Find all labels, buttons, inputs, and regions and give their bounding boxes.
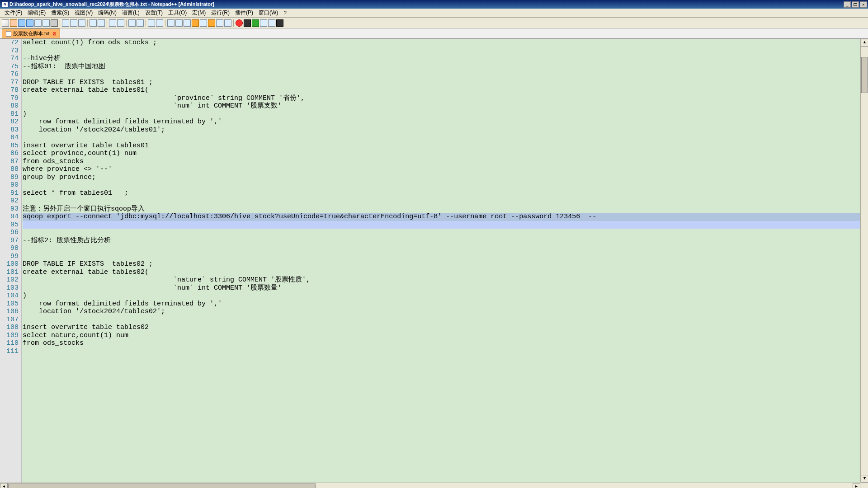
editor[interactable]: 7273747576777879808182838485868788899091…: [0, 39, 868, 488]
play-macro-icon[interactable]: [252, 19, 259, 27]
code-line[interactable]: --指标01: 股票中国地图: [23, 63, 860, 71]
code-line[interactable]: [23, 47, 860, 55]
menu-encoding[interactable]: 编码(N): [95, 8, 119, 18]
undo-icon[interactable]: [90, 19, 97, 27]
code-line[interactable]: `num` int COMMENT '股票数量': [23, 284, 860, 292]
zoom-in-icon[interactable]: [128, 19, 136, 27]
playmulti-icon[interactable]: [260, 19, 267, 27]
tab-close-icon[interactable]: ⊠: [52, 31, 56, 36]
code-line[interactable]: [23, 181, 860, 189]
maximize-button[interactable]: 🗖: [852, 1, 859, 8]
paste-icon[interactable]: [78, 19, 85, 27]
code-line[interactable]: group by province;: [23, 174, 860, 182]
zoom-out-icon[interactable]: [137, 19, 144, 27]
copy-icon[interactable]: [70, 19, 77, 27]
menu-language[interactable]: 语言(L): [119, 8, 142, 18]
save-all-icon[interactable]: [26, 19, 33, 27]
func-list-icon[interactable]: [208, 19, 215, 27]
folder-icon[interactable]: [216, 19, 223, 27]
code-line[interactable]: select province,count(1) num: [23, 150, 860, 158]
scroll-left-icon[interactable]: ◀: [0, 483, 8, 488]
redo-icon[interactable]: [98, 19, 105, 27]
code-line[interactable]: where province <> '--': [23, 165, 860, 174]
code-line[interactable]: insert overwrite table tables01: [23, 142, 860, 150]
code-line[interactable]: from ods_stocks: [23, 158, 860, 166]
doc-map-icon[interactable]: [200, 19, 207, 27]
record-macro-icon[interactable]: [236, 19, 243, 27]
replace-icon[interactable]: [117, 19, 124, 27]
code-line[interactable]: sqoop export --connect 'jdbc:mysql://loc…: [23, 213, 860, 221]
minimize-button[interactable]: _: [844, 1, 851, 8]
menu-plugins[interactable]: 插件(P): [232, 8, 256, 18]
code-line[interactable]: select count(1) from ods_stocks ;: [23, 39, 860, 47]
menu-macro[interactable]: 宏(M): [189, 8, 208, 18]
sync-v-icon[interactable]: [148, 19, 155, 27]
code-line[interactable]: select nature,count(1) num: [23, 332, 860, 340]
code-line[interactable]: ): [23, 292, 860, 300]
stop-macro-icon[interactable]: [244, 19, 251, 27]
file-tab[interactable]: 股票数仓脚本.txt ⊠: [2, 28, 60, 38]
menu-settings[interactable]: 设置(T): [142, 8, 165, 18]
open-file-icon[interactable]: [10, 19, 17, 27]
code-line[interactable]: from ods_stocks: [23, 339, 860, 347]
code-line[interactable]: row format delimited fields terminated b…: [23, 118, 860, 126]
code-line[interactable]: location '/stock2024/tables01';: [23, 126, 860, 134]
find-icon[interactable]: [109, 19, 116, 27]
save-icon[interactable]: [18, 19, 25, 27]
vertical-scrollbar[interactable]: ▲ ▼: [860, 39, 868, 483]
code-line[interactable]: location '/stock2024/tables02';: [23, 308, 860, 316]
scroll-v-thumb[interactable]: [861, 57, 868, 93]
print-icon[interactable]: [51, 19, 58, 27]
new-file-icon[interactable]: [2, 19, 9, 27]
close-file-icon[interactable]: [34, 19, 42, 27]
code-line[interactable]: 注意：另外开启一个窗口执行sqoop导入: [23, 205, 860, 213]
code-line[interactable]: create external table tables02(: [23, 268, 860, 277]
code-area[interactable]: select count(1) from ods_stocks ; --hive…: [23, 39, 860, 488]
code-line[interactable]: `num` int COMMENT '股票支数': [23, 102, 860, 110]
code-line[interactable]: [23, 244, 860, 253]
save-macro-icon[interactable]: [268, 19, 275, 27]
code-line[interactable]: [23, 70, 860, 79]
code-line[interactable]: DROP TABLE IF EXISTS tables01 ;: [23, 79, 860, 87]
code-line[interactable]: `province` string COMMENT '省份',: [23, 94, 860, 103]
code-line[interactable]: [23, 134, 860, 142]
lang-icon[interactable]: [192, 19, 199, 27]
menu-view[interactable]: 视图(V): [72, 8, 95, 18]
sync-h-icon[interactable]: [156, 19, 163, 27]
cmd-icon[interactable]: [276, 19, 283, 27]
code-line[interactable]: insert overwrite table tables02: [23, 324, 860, 332]
code-line[interactable]: row format delimited fields terminated b…: [23, 300, 860, 308]
allchars-icon[interactable]: [175, 19, 183, 27]
scroll-h-thumb[interactable]: [8, 483, 316, 488]
horizontal-scrollbar[interactable]: ◀ ▶: [0, 483, 860, 488]
code-line[interactable]: --指标2: 股票性质占比分析: [23, 237, 860, 245]
wordwrap-icon[interactable]: [167, 19, 175, 27]
code-line[interactable]: create external table tables01(: [23, 86, 860, 94]
menu-edit[interactable]: 编辑(E): [25, 8, 48, 18]
indent-guide-icon[interactable]: [184, 19, 191, 27]
menu-tools[interactable]: 工具(O): [165, 8, 189, 18]
menu-help[interactable]: ?: [281, 9, 289, 17]
code-line[interactable]: select * from tables01 ;: [23, 189, 860, 197]
menu-window[interactable]: 窗口(W): [256, 8, 281, 18]
scroll-up-icon[interactable]: ▲: [861, 39, 868, 47]
code-line[interactable]: DROP TABLE IF EXISTS tables02 ;: [23, 260, 860, 268]
close-all-icon[interactable]: [42, 19, 50, 27]
menu-file[interactable]: 文件(F): [2, 8, 25, 18]
scroll-right-icon[interactable]: ▶: [853, 483, 860, 488]
close-button[interactable]: ✕: [860, 1, 867, 8]
code-line[interactable]: [23, 221, 860, 229]
menu-search[interactable]: 搜索(S): [48, 8, 72, 18]
code-line[interactable]: `nature` string COMMENT '股票性质',: [23, 276, 860, 284]
line-number: 106: [0, 308, 19, 316]
code-line[interactable]: ): [23, 110, 860, 118]
menu-run[interactable]: 运行(R): [208, 8, 232, 18]
code-line[interactable]: [23, 316, 860, 324]
code-line[interactable]: [23, 253, 860, 261]
scroll-down-icon[interactable]: ▼: [861, 475, 868, 483]
monitor-icon[interactable]: [224, 19, 231, 27]
cut-icon[interactable]: [62, 19, 69, 27]
code-line[interactable]: [23, 197, 860, 205]
code-line[interactable]: --hive分析: [23, 55, 860, 63]
code-line[interactable]: [23, 229, 860, 237]
